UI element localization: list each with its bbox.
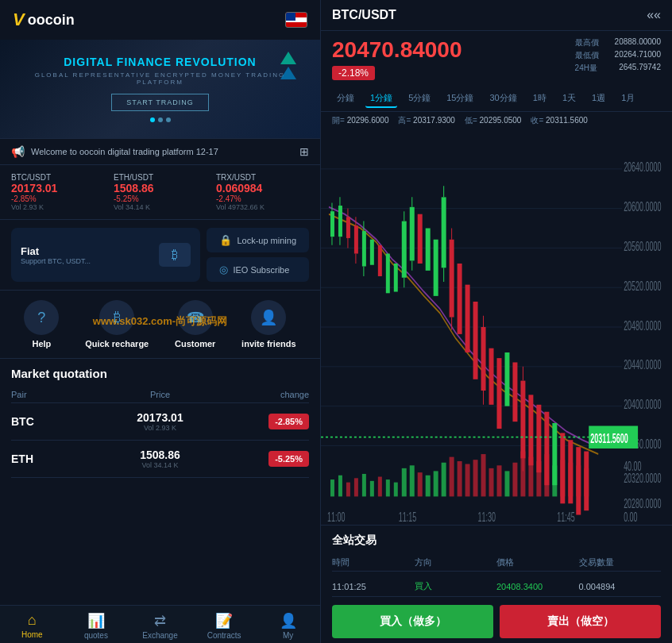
market-eth-pair: ETH (11, 452, 86, 465)
nav-exchange[interactable]: ⇄ Exchange (128, 612, 192, 640)
ticker-trx[interactable]: TRX/USDT 0.060984 -2.47% Vol 49732.66 K (216, 173, 309, 211)
triangle-icon-1 (280, 52, 296, 64)
start-trading-button[interactable]: START TRADING (111, 94, 208, 111)
tab-1m[interactable]: 1月 (616, 90, 639, 108)
dot-1 (150, 117, 155, 122)
high-row: 最高價 20888.00000 (575, 37, 661, 48)
market-btc-price-col: 20173.01 Vol 2.93 K (86, 411, 235, 432)
svg-text:11:15: 11:15 (399, 510, 416, 525)
tab-30min[interactable]: 30分鐘 (485, 90, 522, 108)
market-row-btc[interactable]: BTC 20173.01 Vol 2.93 K -2.85% (11, 403, 309, 441)
banner-decoration (280, 52, 296, 79)
trading-section: 全站交易 時間 方向 價格 交易數量 11:01:25 買入 20408.340… (321, 525, 672, 643)
invite-label: invite friends (241, 339, 295, 348)
svg-rect-56 (489, 348, 494, 405)
dot-2 (158, 117, 163, 122)
nav-quotes[interactable]: 📊 quotes (64, 612, 129, 640)
market-header: Pair Price change (11, 387, 309, 403)
buy-button[interactable]: 買入（做多） (332, 605, 493, 638)
svg-rect-75 (338, 476, 342, 497)
svg-rect-93 (481, 454, 486, 496)
tab-minute[interactable]: 分鐘 (332, 90, 359, 108)
lock-mining-button[interactable]: 🔒 Lock-up mining (207, 228, 309, 252)
ohlc-close-val: 20311.5600 (546, 116, 588, 125)
svg-rect-22 (346, 217, 350, 238)
svg-rect-79 (370, 481, 374, 497)
right-panel: BTC/USDT «« 20470.84000 -2.18% 最高價 20888… (320, 0, 672, 643)
ticker-btc[interactable]: BTC/USDT 20173.01 -2.85% Vol 2.93 K (11, 173, 104, 211)
svg-text:20560.0000: 20560.0000 (624, 239, 661, 254)
tab-1d[interactable]: 1天 (558, 90, 581, 108)
svg-rect-106 (584, 468, 589, 497)
svg-rect-102 (552, 465, 557, 496)
svg-rect-63 (528, 395, 533, 465)
ticker-btc-price: 20173.01 (11, 182, 104, 194)
ticker-eth[interactable]: ETH/USDT 1508.86 -5.25% Vol 34.14 K (114, 173, 207, 211)
ohlc-open-label: 開= (332, 116, 345, 125)
market-eth-change-col: -5.25% (234, 451, 309, 467)
market-eth-price: 1508.86 (86, 449, 235, 461)
trading-col-price: 價格 (496, 556, 579, 568)
back-icon[interactable]: «« (647, 8, 661, 22)
trading-col-direction: 方向 (415, 556, 497, 568)
market-btc-vol: Vol 2.93 K (86, 424, 235, 432)
nav-my-label: My (283, 631, 293, 640)
trade-amount: 0.004894 (579, 582, 662, 591)
market-btc-price: 20173.01 (86, 411, 235, 424)
tab-1w[interactable]: 1週 (587, 90, 610, 108)
fiat-service-info: Fiat Support BTC, USDT... (21, 245, 91, 265)
header-price: Price (86, 390, 235, 399)
low-label: 最低價 (575, 50, 599, 61)
market-btc-pair: BTC (11, 415, 86, 428)
market-row-eth[interactable]: ETH 1508.86 Vol 34.14 K -5.25% (11, 441, 309, 478)
candlestick-chart: 20640.0000 20600.0000 20560.0000 20520.0… (321, 129, 672, 525)
fiat-service[interactable]: Fiat Support BTC, USDT... ₿ (11, 228, 200, 282)
banner-dots (150, 117, 171, 122)
ohlc-open-val: 20296.6000 (347, 116, 389, 125)
time-tabs: 分鐘 1分鐘 5分鐘 15分鐘 30分鐘 1時 1天 1週 1月 (321, 87, 672, 112)
logo-text: oocoin (28, 12, 75, 29)
svg-text:20480.0000: 20480.0000 (624, 318, 661, 333)
ticker-trx-price: 0.060984 (216, 182, 309, 194)
help-action[interactable]: ? Help (24, 300, 59, 348)
nav-contracts[interactable]: 📝 Contracts (192, 612, 257, 640)
ieo-subscribe-button[interactable]: ◎ IEO Subscribe (207, 257, 309, 282)
ticker-trx-change: -2.47% (216, 194, 309, 203)
tab-5min[interactable]: 5分鐘 (404, 90, 435, 108)
svg-rect-105 (576, 465, 581, 496)
sell-button[interactable]: 賣出（做空） (500, 605, 661, 638)
banner-subtitle: GLOBAL REPRESENTATIVE ENCRYPTED MONEY TR… (13, 71, 307, 86)
price-section: 20470.84000 -2.18% 最高價 20888.00000 最低價 2… (321, 31, 672, 87)
trading-row-1: 11:01:25 買入 20408.3400 0.004894 (332, 576, 661, 597)
contracts-icon: 📝 (215, 612, 233, 630)
customer-label: Customer (175, 339, 215, 348)
tab-1min[interactable]: 1分鐘 (365, 90, 397, 108)
tab-1h[interactable]: 1時 (528, 90, 551, 108)
svg-rect-77 (354, 478, 358, 496)
my-icon: 👤 (280, 612, 297, 630)
ohlc-close-label: 收= (531, 116, 543, 125)
svg-rect-99 (528, 457, 533, 497)
market-btc-change-badge: -2.85% (268, 414, 309, 429)
announcement-text: Welcome to oocoin digital trading platfo… (31, 147, 293, 156)
quick-recharge-action[interactable]: ₿ Quick recharge (85, 300, 149, 348)
ohlc-open: 開= 20296.6000 (332, 115, 388, 126)
ohlc-close: 收= 20311.5600 (531, 115, 587, 126)
svg-rect-103 (560, 460, 565, 496)
tab-15min[interactable]: 15分鐘 (442, 90, 478, 108)
nav-my[interactable]: 👤 My (256, 612, 320, 640)
svg-rect-104 (568, 463, 573, 497)
customer-icon: ☎ (178, 300, 213, 335)
svg-rect-76 (346, 483, 350, 497)
customer-action[interactable]: ☎ Customer (175, 300, 215, 348)
invite-friends-action[interactable]: 👤 invite friends (241, 300, 295, 348)
nav-home[interactable]: ⌂ Home (0, 612, 64, 640)
ohlc-high: 高= 20317.9300 (398, 115, 454, 126)
header-pair: Pair (11, 390, 86, 399)
language-flag-icon[interactable] (285, 12, 307, 28)
svg-rect-16 (330, 211, 334, 237)
big-price: 20470.84000 (332, 37, 462, 63)
banner-title: DIGITAL FINANCE REVOLUTION (64, 56, 256, 68)
svg-rect-87 (434, 471, 438, 496)
grid-icon[interactable]: ⊞ (299, 145, 309, 158)
